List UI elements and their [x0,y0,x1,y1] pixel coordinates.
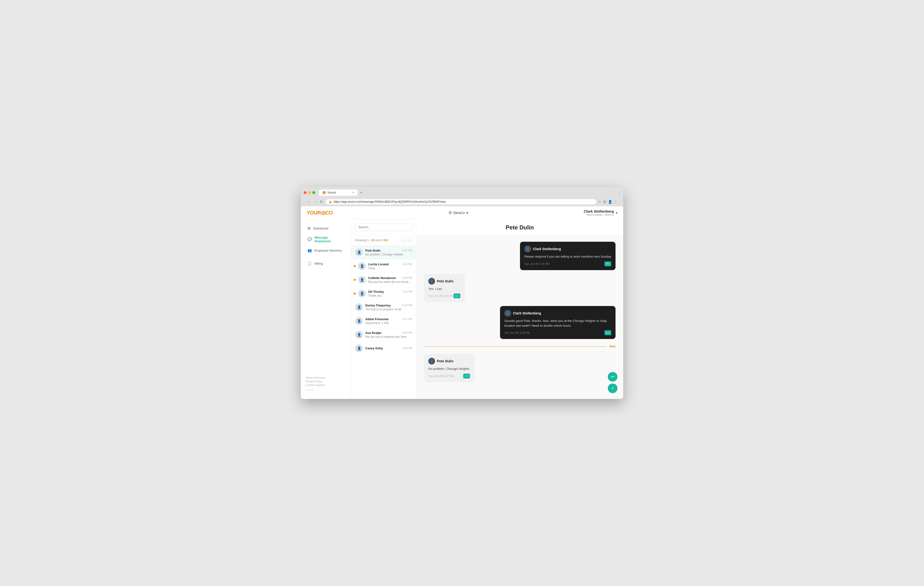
contact-info: Collette Novakovic 5:20 PM My pay this w… [368,276,412,284]
extensions-button[interactable]: ⊡ [603,200,606,204]
logo-main: YOUR [307,210,321,216]
directory-icon: 👥 [307,248,312,253]
privacy-link[interactable]: Privacy Policy [305,380,346,383]
traffic-lights [304,191,315,194]
contact-item[interactable]: 👤 Casey Kelly 5:25 PM [351,342,416,355]
app-content: YOUR◎CO ⚙ DemCo ▾ Clark Stoltenberg Your… [301,206,623,399]
message-bubble: 👤 Pete Dulin No problem. Chicago Heights… [424,354,474,382]
contact-preview: No problem. Chicago Heights. [365,253,412,256]
main-layout: ⊞ Dashboard 💬 Message Employees 👥 Employ… [301,219,623,399]
bubble-sender-name: Pete Dulin [437,279,453,283]
contact-header-row: Casey Kelly 5:25 PM [365,346,412,350]
sidebar-item-billing[interactable]: 🧾 Billing [303,259,349,268]
contact-item[interactable]: 👤 Gil Tinsley 5:18 PM Thank you. [351,287,416,300]
search-input[interactable] [355,223,412,231]
message-actions-button[interactable]: ••• [463,374,470,379]
maximize-button[interactable] [312,191,315,194]
active-tab[interactable]: Yourco ✕ [319,189,358,196]
bubble-footer: Tue, Jun 28, 5:47 PM ••• [428,374,470,379]
contact-name: Pete Dulin [365,249,381,252]
contact-item[interactable]: 👤 Dorisa Timperley 5:28 PM Yes that is n… [351,300,416,314]
url-bar[interactable]: 🔒 https://app.yourco.io/messenger/5GMxUB… [326,199,596,204]
contact-time: 5:18 PM [402,290,412,293]
terms-link[interactable]: Terms of Service [305,376,346,379]
minimize-button[interactable] [308,191,311,194]
ellipsis-icon: ••• [465,375,469,377]
avatar-icon: 👤 [357,319,361,323]
profile-button[interactable]: 👤 [608,200,612,204]
pagination: ‹ › [401,238,412,243]
close-button[interactable] [304,191,307,194]
user-menu-chevron[interactable]: ▾ [616,211,617,215]
next-page-button[interactable]: › [407,238,412,243]
bubble-avatar-icon: 👤 [430,279,434,283]
search-wrapper [355,223,412,231]
contact-name: Ava Draijer [365,331,382,334]
sidebar-item-dashboard[interactable]: ⊞ Dashboard [303,223,349,233]
message-received: 👤 Pete Dulin No problem. Chicago Heights… [424,354,615,382]
bubble-time: Tue, Jun 28, 5:32 PM [504,331,530,334]
contact-header-row: Ava Draijer 5:26 PM [365,331,412,334]
company-selector[interactable]: ⚙ DemCo ▾ [449,210,468,215]
bubble-text: Yes, I can. [428,286,460,291]
nav-buttons: ← → ↻ [307,199,324,204]
ellipsis-icon: ••• [606,331,609,334]
message-actions-button[interactable]: ••• [604,262,611,266]
sidebar-item-employee-directory[interactable]: 👥 Employee Directory [303,246,349,255]
contact-time: 5:47 PM [402,249,412,252]
bookmark-button[interactable]: ☆ [598,200,601,204]
bubble-avatar-icon: 👤 [430,359,434,363]
contact-header-row: Dorisa Timperley 5:28 PM [365,304,412,307]
message-sent: 👤 Clark Stoltenberg Sounds good Pete, th… [424,306,615,339]
bubble-sender-name: Clark Stoltenberg [513,311,541,315]
url-text: https://app.yourco.io/messenger/5GMxUBbE… [333,200,446,204]
message-bubble: 👤 Clark Stoltenberg Please respond if yo… [520,242,615,270]
message-icon: 💬 [307,237,312,242]
back-button[interactable]: ← [307,199,312,204]
new-tab-button[interactable]: + [358,189,364,196]
prev-page-button[interactable]: ‹ [401,238,406,243]
bubble-avatar: 👤 [504,310,511,316]
sidebar-label-message: Message Employees [315,236,344,243]
app-header: YOUR◎CO ⚙ DemCo ▾ Clark Stoltenberg Your… [301,206,623,219]
compose-fab-button[interactable]: + [608,384,617,393]
bubble-time: Tue, Jun 28, 5:31 PM [524,262,549,265]
browser-action-buttons: ☆ ⊡ 👤 ⋮ [598,200,617,204]
user-info: Clark Stoltenberg Yourco Admin • DemCo [584,209,614,216]
version-label: v 8.0.1 [305,388,346,391]
contact-avatar: 👤 [358,290,366,297]
count-text: Showing 1 - 50 out of 301 [355,238,388,242]
bubble-footer: Tue, Jun 28, 5:31 PM ••• [524,262,611,266]
chat-contact-name: Pete Dulin [424,224,615,231]
refresh-button[interactable]: ↻ [319,199,324,204]
dashboard-icon: ⊞ [307,226,311,230]
contacts-list: 👤 Pete Dulin 5:47 PM No problem. Chicago… [351,245,416,399]
sidebar-item-message-employees[interactable]: 💬 Message Employees [303,233,349,245]
avatar-icon: 👤 [357,333,361,336]
contact-item[interactable]: 👤 Pete Dulin 5:47 PM No problem. Chicago… [351,245,416,259]
support-link[interactable]: Contact Support [305,384,346,386]
contact-item[interactable]: 👤 Collette Novakovic 5:20 PM My pay this… [351,273,416,287]
contact-time: 5:27 PM [402,318,412,320]
contact-info: Dorisa Timperley 5:28 PM Yes that is no … [365,304,412,311]
avatar-icon: 👤 [360,264,364,268]
content-area: Showing 1 - 50 out of 301 ‹ › [351,219,623,399]
contact-info: Casey Kelly 5:25 PM [365,346,412,351]
contact-header-row: Pete Dulin 5:47 PM [365,249,412,252]
contact-time: 5:25 PM [402,347,412,349]
contact-item[interactable]: 👤 Ava Draijer 5:26 PM We ran out of mate… [351,328,416,342]
out-of-label: out of [375,238,382,242]
contact-item[interactable]: 👤 Lucila Lorand 5:26 PM Okay. [351,259,416,273]
message-actions-button[interactable]: ••• [604,330,611,335]
message-actions-button[interactable]: ••• [454,293,460,298]
tab-close-button[interactable]: ✕ [352,191,354,194]
message-bubble: 👤 Clark Stoltenberg Sounds good Pete, th… [500,306,615,339]
browser-chrome: Yourco ✕ + ⋮ ← → ↻ 🔒 https://app.yourco.… [301,187,623,206]
menu-button[interactable]: ⋮ [614,200,617,204]
contact-preview: My pay this week did not include my over… [368,280,412,284]
app-logo: YOUR◎CO [307,210,333,216]
tab-title: Yourco [327,191,336,194]
contact-item[interactable]: 👤 Abbie Fensome 5:27 PM Attachment: 1 Fi… [351,314,416,328]
reply-fab-button[interactable]: ↩ [608,372,617,382]
forward-button[interactable]: → [313,199,318,204]
